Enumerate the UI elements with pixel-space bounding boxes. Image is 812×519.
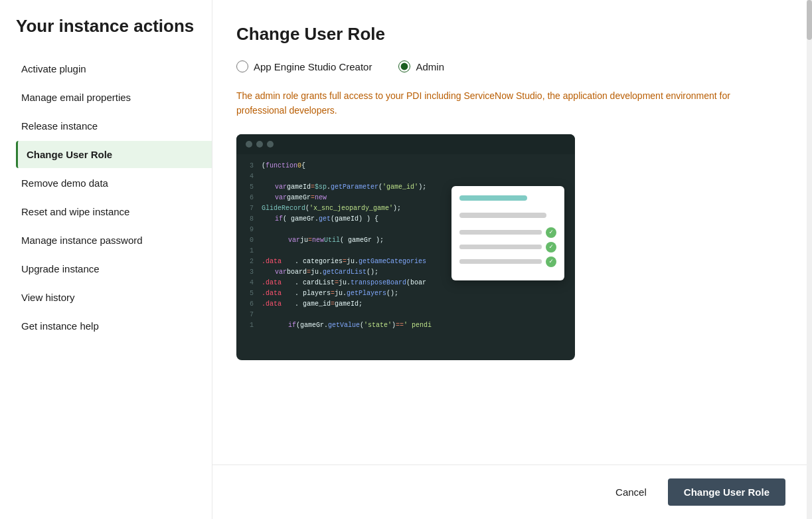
sidebar-item-view-history[interactable]: View history (16, 284, 212, 311)
mockup-row-3 (459, 257, 556, 267)
change-user-role-button[interactable]: Change User Role (668, 478, 785, 506)
mockup-bar-2 (459, 213, 546, 218)
ui-mockup-overlay (451, 186, 564, 280)
mockup-line-2 (459, 245, 542, 249)
mockup-row-1 (459, 227, 556, 238)
mockup-check-3 (546, 257, 556, 267)
sidebar-title: Your instance actions (16, 16, 212, 37)
page-title: Change User Role (236, 24, 785, 45)
code-preview-header (236, 134, 575, 154)
mockup-check-2 (546, 242, 556, 253)
role-description: The admin role grants full access to you… (236, 88, 781, 118)
code-body: 3( function 0 { 4 5var gameId = $sp.getP… (236, 154, 575, 359)
sidebar-item-remove-demo[interactable]: Remove demo data (16, 169, 212, 197)
radio-option-admin[interactable]: Admin (398, 60, 444, 72)
code-preview-image: 3( function 0 { 4 5var gameId = $sp.getP… (236, 134, 575, 360)
dot-1 (246, 141, 252, 148)
content-area: Change User Role App Engine Studio Creat… (212, 0, 812, 465)
sidebar-item-change-user-role[interactable]: Change User Role (16, 141, 212, 168)
sidebar-item-upgrade-instance[interactable]: Upgrade instance (16, 255, 212, 282)
scrollbar-thumb[interactable] (807, 0, 812, 40)
sidebar-item-reset-wipe[interactable]: Reset and wipe instance (16, 198, 212, 225)
sidebar-item-get-help[interactable]: Get instance help (16, 312, 212, 340)
cancel-button[interactable]: Cancel (602, 480, 660, 504)
sidebar-item-activate-plugin[interactable]: Activate plugin (16, 55, 212, 82)
mockup-bar-top (459, 195, 527, 201)
dot-3 (267, 141, 274, 148)
radio-input-app-engine-studio[interactable] (236, 60, 248, 72)
sidebar: Your instance actions Activate plugin Ma… (0, 0, 212, 519)
footer-bar: Cancel Change User Role (212, 465, 812, 519)
mockup-check-1 (546, 227, 556, 238)
sidebar-item-release-instance[interactable]: Release instance (16, 112, 212, 140)
radio-input-admin[interactable] (398, 60, 410, 72)
mockup-row-2 (459, 242, 556, 253)
sidebar-item-manage-email[interactable]: Manage email properties (16, 84, 212, 111)
sidebar-item-manage-password[interactable]: Manage instance password (16, 227, 212, 254)
role-radio-group: App Engine Studio Creator Admin (236, 60, 785, 72)
dot-2 (256, 141, 263, 148)
radio-option-app-engine-studio[interactable]: App Engine Studio Creator (236, 60, 372, 72)
mockup-line-1 (459, 230, 542, 235)
mockup-line-3 (459, 259, 542, 264)
scrollbar-track[interactable] (807, 0, 812, 519)
